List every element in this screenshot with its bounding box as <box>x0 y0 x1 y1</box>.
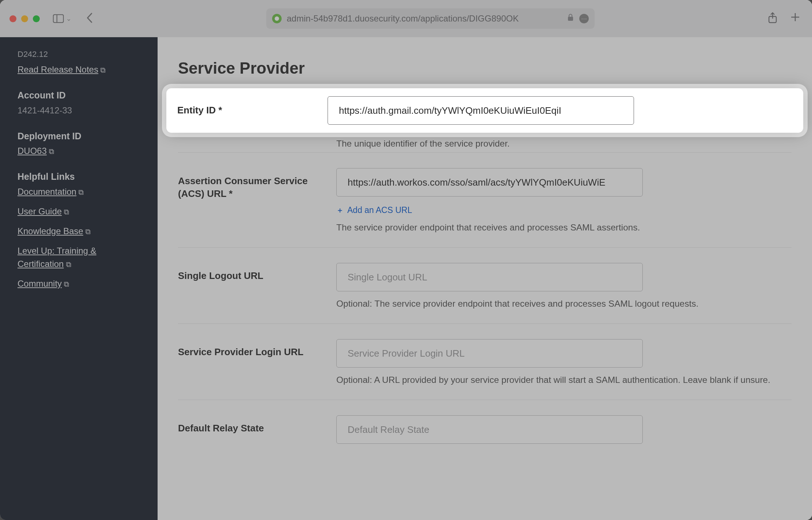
external-link-icon: ⧉ <box>66 259 71 270</box>
main-content: Service Provider Entity ID * The unique … <box>158 37 812 520</box>
slo-help: Optional: The service provider endpoint … <box>336 299 792 309</box>
external-link-icon: ⧉ <box>78 187 84 198</box>
fullscreen-window-button[interactable] <box>33 15 40 22</box>
svg-rect-3 <box>568 17 573 21</box>
url-text: admin-54b978d1.duosecurity.com/applicati… <box>287 13 562 24</box>
site-identity-icon <box>272 14 282 23</box>
sp-login-row: Service Provider Login URL Optional: A U… <box>178 323 792 400</box>
relay-label: Default Relay State <box>178 415 329 435</box>
new-tab-button[interactable] <box>790 12 800 25</box>
external-link-icon: ⧉ <box>64 279 69 290</box>
external-link-icon: ⧉ <box>49 146 54 157</box>
entity-id-input[interactable] <box>328 96 634 125</box>
slo-input[interactable] <box>336 263 643 291</box>
minimize-window-button[interactable] <box>21 15 28 22</box>
external-link-icon: ⧉ <box>85 226 90 237</box>
community-link[interactable]: Community⧉ <box>18 279 69 288</box>
browser-window: ⌄ admin-54b978d1.duosecurity.com/applica… <box>0 0 812 520</box>
documentation-link[interactable]: Documentation⧉ <box>18 187 84 197</box>
plus-icon: ＋ <box>336 205 344 215</box>
sp-login-help: Optional: A URL provided by your service… <box>336 375 792 385</box>
chevron-left-icon <box>86 12 93 23</box>
share-button[interactable] <box>767 12 778 25</box>
knowledge-base-link[interactable]: Knowledge Base⧉ <box>18 226 90 236</box>
sp-login-input[interactable] <box>336 339 643 368</box>
external-link-icon: ⧉ <box>64 206 69 217</box>
window-controls <box>9 15 40 22</box>
slo-row: Single Logout URL Optional: The service … <box>178 247 792 323</box>
entity-id-row: Entity ID * <box>166 88 803 133</box>
training-link[interactable]: Level Up: Training & Certification⧉ <box>18 246 96 269</box>
plus-icon <box>790 12 800 22</box>
release-notes-link[interactable]: Read Release Notes⧉ <box>18 65 105 74</box>
close-window-button[interactable] <box>9 15 16 22</box>
browser-titlebar: ⌄ admin-54b978d1.duosecurity.com/applica… <box>0 0 812 37</box>
acs-label: Assertion Consumer Service (ACS) URL * <box>178 168 329 200</box>
toolbar-right <box>767 12 803 25</box>
acs-help: The service provider endpoint that recei… <box>336 222 792 233</box>
deployment-id-label: Deployment ID <box>18 129 140 143</box>
user-guide-link[interactable]: User Guide⧉ <box>18 206 69 216</box>
sp-login-label: Service Provider Login URL <box>178 339 329 358</box>
svg-rect-0 <box>53 15 63 23</box>
deployment-id-link[interactable]: DUO63⧉ <box>18 146 54 156</box>
chevron-down-icon: ⌄ <box>66 15 71 23</box>
address-bar[interactable]: admin-54b978d1.duosecurity.com/applicati… <box>266 8 595 29</box>
sidebar-toggle-button[interactable]: ⌄ <box>53 14 71 23</box>
entity-id-help: The unique identifier of the service pro… <box>336 139 792 149</box>
relay-input[interactable] <box>336 415 643 444</box>
external-link-icon: ⧉ <box>100 65 105 75</box>
account-id-label: Account ID <box>18 89 140 102</box>
slo-label: Single Logout URL <box>178 263 329 282</box>
acs-row: Assertion Consumer Service (ACS) URL * ＋… <box>178 152 792 247</box>
add-acs-url-button[interactable]: ＋ Add an ACS URL <box>336 205 792 215</box>
admin-sidebar: D242.12 Read Release Notes⧉ Account ID 1… <box>0 37 158 520</box>
account-id-value: 1421-4412-33 <box>18 104 140 117</box>
entity-id-label: Entity ID * <box>177 104 320 117</box>
acs-input[interactable] <box>336 168 643 197</box>
page-title: Service Provider <box>178 59 792 77</box>
lock-icon <box>567 13 574 24</box>
nav-back-button[interactable] <box>86 12 93 25</box>
sidebar-icon <box>53 14 64 23</box>
helpful-links-label: Helpful Links <box>18 170 140 184</box>
share-icon <box>767 12 778 24</box>
version-label: D242.12 <box>18 48 140 60</box>
more-options-icon[interactable]: ⋯ <box>579 14 589 23</box>
relay-row: Default Relay State <box>178 400 792 458</box>
svg-point-2 <box>275 16 279 21</box>
